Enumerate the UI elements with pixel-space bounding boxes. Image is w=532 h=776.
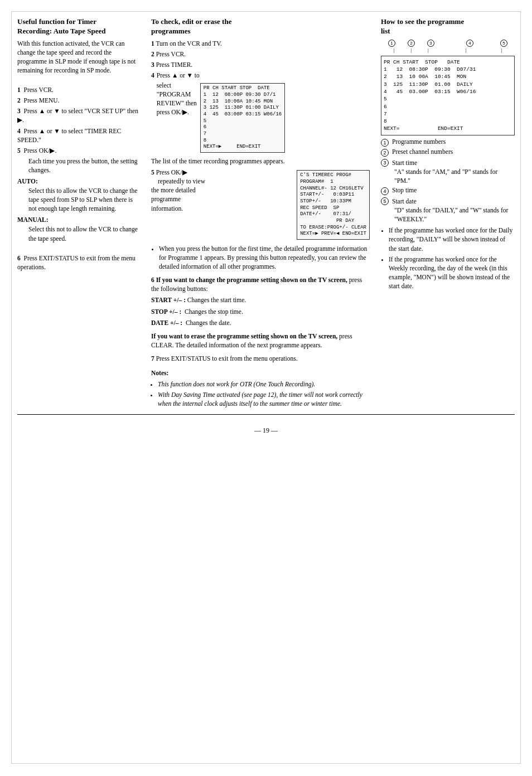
left-steps-list: 1 Press VCR. 2 Press MENU. 3 Press ▲ or … (17, 85, 140, 155)
date-instruction: DATE +/– : Changes the date. (151, 318, 370, 327)
legend-circle-3: 3 (381, 159, 389, 167)
right-column: How to see the programme list 1 2 3 4 5 … (381, 17, 515, 292)
step7: 7 Press EXIT/STATUS to exit from the men… (151, 354, 370, 363)
circle-4: 4 (466, 40, 473, 47)
notes-section: Notes: This function does not work for O… (151, 368, 370, 408)
step4-detail: The list of the timer recording programm… (151, 157, 370, 166)
legend: 1 Programme numbers 2 Preset channel num… (381, 138, 515, 290)
mid-column: To check, edit or erase the programmes 1… (151, 17, 370, 410)
list-item: 2 Press MENU. (17, 96, 140, 105)
step6-header: 6 If you want to change the programme se… (151, 275, 370, 293)
auto-text: Select this to allow the VCR to change t… (17, 186, 140, 213)
legend-item-3: 3 Start time "A" stands for "AM," and "P… (381, 158, 515, 185)
left-column: Useful function for Timer Recording: Aut… (17, 17, 140, 274)
legend-item-5: 5 Start date "D" stands for "DAILY," and… (381, 197, 515, 224)
page: Useful function for Timer Recording: Aut… (11, 11, 521, 764)
list-item: 3 Press ▲ or ▼ to select "VCR SET UP" th… (17, 106, 140, 124)
erase-header: If you want to erase the programme setti… (151, 332, 370, 350)
circle-2: 2 (408, 40, 415, 47)
notes-title: Notes: (151, 368, 370, 377)
list-item: 2 Press VCR. (151, 50, 370, 59)
circle-5: 5 (500, 40, 507, 47)
notes-list: This function does not work for OTR (One… (151, 380, 370, 408)
legend-circle-1: 1 (381, 139, 389, 147)
list-item: If the programme has worked once for the… (389, 226, 515, 253)
circle-3: 3 (427, 40, 434, 47)
manual-label: MANUAL: (17, 215, 140, 224)
right-title: How to see the programme list (381, 17, 515, 36)
legend-circle-5: 5 (381, 197, 389, 205)
screen2-box: C'S TIMEREC PROG# PROGRAM# 1 CHANNEL#- 1… (297, 170, 370, 240)
legend-item-4: 4 Stop time (381, 187, 515, 195)
step5-detail: Each time you press the button, the sett… (17, 157, 140, 174)
prog-table-container: 1 2 3 4 5 ||||| PR CH START STOP DATE 1 … (381, 40, 515, 135)
step5: 5 Press OK/▶ repeatedly to viewthe more … (151, 168, 293, 212)
left-title: Useful function for Timer Recording: Aut… (17, 17, 140, 36)
list-item: With Day Saving Time activated (see page… (158, 390, 370, 408)
page-divider (17, 414, 515, 415)
left-intro: With this function activated, the VCR ca… (17, 39, 140, 75)
list-item: 1 Press VCR. (17, 85, 140, 94)
legend-circle-4: 4 (381, 187, 389, 195)
page-number: — 19 — (17, 426, 515, 435)
step5-bullets: When you press the button for the first … (151, 244, 370, 271)
legend-circle-2: 2 (381, 149, 389, 157)
circle-1: 1 (388, 40, 395, 47)
list-item: When you press the button for the first … (159, 244, 370, 271)
legend-item-1: 1 Programme numbers (381, 138, 515, 147)
list-item: 4 Press ▲ or ▼ to select "PROGRAM REVIEW… (151, 71, 370, 155)
list-item: 3 Press TIMER. (151, 60, 370, 69)
legend-item-2: 2 Preset channel numbers (381, 148, 515, 157)
list-item: 4 Press ▲ or ▼ to select "TIMER REC SPEE… (17, 127, 140, 144)
screen1-box: PR CH START STOP DATE 1 12 08:00P 09:30 … (200, 83, 285, 153)
list-item: This function does not work for OTR (One… (158, 380, 370, 389)
list-item: If the programme has worked once for the… (389, 255, 515, 290)
stop-instruction: STOP +/– : Changes the stop time. (151, 307, 370, 316)
programme-table: PR CH START STOP DATE 1 12 08:30P 09:30 … (381, 56, 515, 135)
list-item: 1 Turn on the VCR and TV. (151, 39, 370, 48)
mid-steps-list: 1 Turn on the VCR and TV. 2 Press VCR. 3… (151, 39, 370, 155)
step6: 6 Press EXIT/STATUS to exit from the men… (17, 254, 140, 271)
list-item: 5 Press OK/▶. (17, 146, 140, 155)
start-instruction: START +/– : Changes the start time. (151, 295, 370, 304)
manual-text: Select this not to allow the VCR to chan… (17, 225, 140, 243)
auto-label: AUTO: (17, 177, 140, 186)
legend-bullets: If the programme has worked once for the… (381, 226, 515, 290)
mid-title: To check, edit or erase the programmes (151, 17, 370, 36)
